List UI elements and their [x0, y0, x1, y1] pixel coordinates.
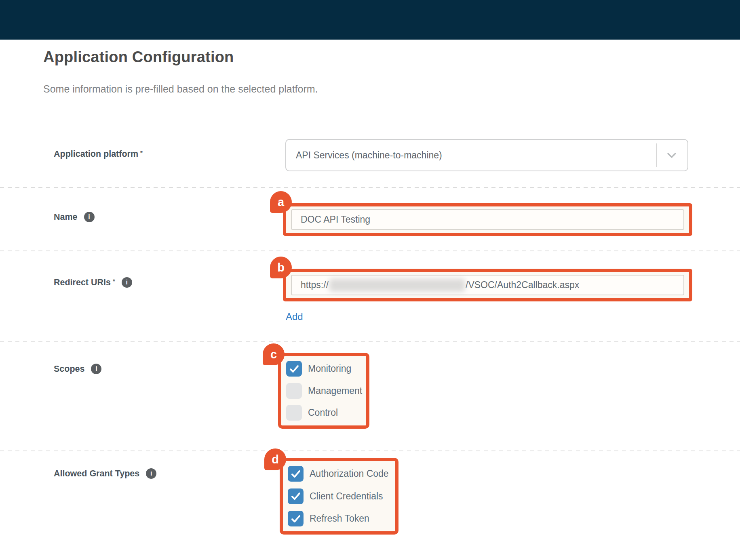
application-platform-label: Application platform*: [54, 149, 143, 159]
checkbox-icon[interactable]: [288, 488, 304, 504]
checkbox-icon[interactable]: [286, 361, 302, 377]
name-label: Name i: [54, 212, 95, 222]
checkbox-label: Refresh Token: [310, 513, 369, 524]
application-platform-select[interactable]: API Services (machine-to-machine): [285, 139, 688, 171]
checkbox-label: Control: [308, 407, 338, 418]
application-platform-label-text: Application platform: [54, 149, 138, 159]
checkbox-label: Client Credentials: [310, 491, 383, 502]
grant-option-authorization-code[interactable]: Authorization Code: [288, 466, 389, 482]
redirect-uris-label: Redirect URIs* i: [54, 277, 132, 288]
checkbox-label: Monitoring: [308, 363, 351, 374]
info-icon[interactable]: i: [146, 468, 156, 479]
info-icon[interactable]: i: [91, 364, 101, 374]
annotation-badge-b: b: [270, 257, 292, 278]
scope-option-monitoring[interactable]: Monitoring: [286, 361, 360, 377]
checkbox-icon[interactable]: [288, 511, 304, 526]
checkbox-label: Management: [308, 385, 362, 396]
redirect-uri-prefix: https://: [301, 280, 329, 291]
redirect-uris-label-text: Redirect URIs: [54, 278, 111, 288]
scope-option-management[interactable]: Management: [286, 383, 360, 399]
row-divider: [0, 451, 740, 451]
redacted-host-blur: [329, 279, 465, 292]
allowed-grant-types-label: Allowed Grant Types i: [54, 468, 156, 479]
grant-option-refresh-token[interactable]: Refresh Token: [288, 511, 389, 526]
scope-option-control[interactable]: Control: [286, 405, 360, 421]
scopes-label: Scopes i: [54, 364, 101, 374]
info-icon[interactable]: i: [84, 212, 95, 222]
scopes-label-text: Scopes: [54, 364, 84, 374]
grant-option-client-credentials[interactable]: Client Credentials: [288, 488, 389, 504]
checkbox-label: Authorization Code: [310, 468, 389, 479]
annotation-badge-a: a: [270, 191, 292, 213]
name-label-text: Name: [54, 212, 78, 222]
row-divider: [0, 187, 740, 188]
info-icon[interactable]: i: [122, 277, 132, 288]
row-divider: [0, 251, 740, 251]
checkbox-icon[interactable]: [286, 383, 302, 399]
add-redirect-uri-link[interactable]: Add: [286, 311, 303, 322]
select-divider: [656, 143, 657, 167]
grant-types-checkbox-group: Authorization Code Client Credentials Re…: [280, 458, 398, 535]
application-configuration-page: Application Configuration Some informati…: [0, 0, 740, 560]
checkbox-icon[interactable]: [286, 405, 302, 421]
name-input[interactable]: DOC API Testing: [291, 209, 684, 230]
required-asterisk: *: [113, 278, 115, 284]
scopes-checkbox-group: Monitoring Management Control: [278, 353, 369, 429]
allowed-grant-types-label-text: Allowed Grant Types: [54, 469, 139, 479]
page-title: Application Configuration: [43, 48, 234, 66]
annotation-badge-d: d: [264, 448, 286, 470]
required-asterisk: *: [140, 149, 143, 156]
redirect-uri-input[interactable]: https:// /VSOC/Auth2Callback.aspx: [291, 275, 684, 295]
row-divider: [0, 341, 740, 342]
redirect-uri-suffix: /VSOC/Auth2Callback.aspx: [466, 280, 579, 291]
page-subtitle: Some information is pre-filled based on …: [43, 83, 318, 95]
checkbox-icon[interactable]: [288, 466, 304, 482]
redirect-uri-highlight-box: https:// /VSOC/Auth2Callback.aspx: [283, 269, 692, 301]
annotation-badge-c: c: [263, 343, 285, 365]
application-platform-selected-value: API Services (machine-to-machine): [286, 150, 442, 161]
name-highlight-box: DOC API Testing: [283, 203, 692, 236]
chevron-down-icon[interactable]: [666, 149, 678, 161]
top-navigation-bar: [0, 0, 740, 40]
